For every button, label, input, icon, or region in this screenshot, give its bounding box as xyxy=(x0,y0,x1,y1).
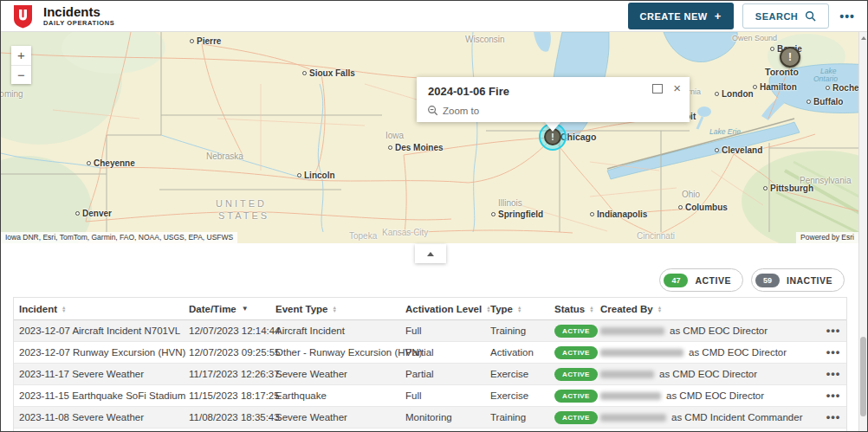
cell-incident: 2023-11-15 Earthquake SoFi Stadium xyxy=(14,390,184,401)
cell-created-by: as CMD Incident Commander xyxy=(595,412,820,422)
map-popup: 2024-01-06 Fire × Zoom to xyxy=(417,77,690,122)
cell-activation-level: Partial xyxy=(400,369,485,379)
cell-datetime: 11/15/2023 18:17:25 xyxy=(184,390,270,401)
dock-popup-icon[interactable] xyxy=(652,84,663,93)
status-filters: 47 ACTIVE 59 INACTIVE xyxy=(659,268,845,292)
column-header-status[interactable]: Status▲▼ xyxy=(549,304,595,314)
cell-created-by: as CMD EOC Director xyxy=(595,347,820,358)
create-new-label: CREATE NEW xyxy=(640,11,708,22)
zoom-in-button[interactable]: + xyxy=(11,46,31,65)
create-new-button[interactable]: CREATE NEW + xyxy=(628,3,734,29)
active-filter-button[interactable]: 47 ACTIVE xyxy=(659,268,743,292)
scrollbar-thumb[interactable] xyxy=(860,337,866,416)
map-label-wisconsin: Wisconsin xyxy=(465,35,505,44)
inactive-filter-button[interactable]: 59 INACTIVE xyxy=(751,268,845,292)
map-label-wyoming: Wyoming xyxy=(1,89,23,99)
table-row[interactable]: 2023-11-07 Earthquake Specific 11/07/202… xyxy=(14,429,846,432)
map-label-buffalo: Buffalo xyxy=(806,97,843,106)
incident-marker-toronto[interactable]: ! xyxy=(780,47,800,68)
incidents-table: Incident▲▼ Date/Time▼ Event Type▲▼ Activ… xyxy=(13,297,847,432)
column-header-event-type[interactable]: Event Type▲▼ xyxy=(270,304,400,314)
city-dot xyxy=(190,39,194,43)
cell-datetime: 12/07/2023 09:25:55 xyxy=(184,347,270,358)
row-overflow-menu[interactable]: ••• xyxy=(820,350,846,355)
table-header-row: Incident▲▼ Date/Time▼ Event Type▲▼ Activ… xyxy=(14,298,846,320)
column-header-datetime[interactable]: Date/Time▼ xyxy=(184,304,270,314)
map-label-topeka: Topeka xyxy=(349,231,377,241)
column-header-activation-level[interactable]: Activation Level▲▼ xyxy=(400,304,485,314)
table-row[interactable]: 2023-12-07 Aircraft Incident N701VL 12/0… xyxy=(14,320,846,342)
cell-type: Exercise xyxy=(485,390,549,401)
header-overflow-menu[interactable]: ••• xyxy=(838,11,857,22)
column-header-incident[interactable]: Incident▲▼ xyxy=(14,304,184,314)
chevron-up-icon xyxy=(427,252,434,256)
inactive-count-badge: 59 xyxy=(755,274,780,287)
cell-status: ACTIVE xyxy=(549,325,595,338)
row-overflow-menu[interactable]: ••• xyxy=(820,393,846,398)
cell-type: Training xyxy=(485,412,549,422)
incident-map[interactable]: Pierre Sioux Falls Wisconsin Wyoming Che… xyxy=(1,32,868,243)
zoom-to-link[interactable]: Zoom to xyxy=(427,105,479,116)
zoom-out-button[interactable]: − xyxy=(11,65,31,84)
cell-type: Training xyxy=(485,326,549,336)
page-scrollbar[interactable] xyxy=(858,32,867,432)
collapse-panel-button[interactable] xyxy=(415,244,446,263)
status-badge: ACTIVE xyxy=(554,390,598,403)
cell-type: Exercise xyxy=(485,369,549,379)
status-badge: ACTIVE xyxy=(554,368,598,381)
map-label-cheyenne: Cheyenne xyxy=(87,158,135,168)
cell-incident: 2023-11-08 Severe Weather xyxy=(14,412,184,422)
status-badge: ACTIVE xyxy=(554,325,598,338)
map-label-springfield: Springfield xyxy=(491,210,543,219)
map-label-sioux-falls: Sioux Falls xyxy=(302,68,355,78)
column-header-created-by[interactable]: Created By▲▼ xyxy=(595,304,820,314)
popup-pointer xyxy=(544,121,561,132)
cell-activation-level: Full xyxy=(400,390,485,401)
map-label-lincoln: Lincoln xyxy=(297,171,335,180)
active-count-badge: 47 xyxy=(664,274,688,287)
cell-incident: 2023-12-07 Runway Excursion (HVN) xyxy=(14,347,184,358)
status-badge: ACTIVE xyxy=(554,411,598,424)
sort-icon: ▲▼ xyxy=(333,306,337,313)
cell-status: ACTIVE xyxy=(549,346,595,359)
table-row[interactable]: 2023-11-15 Earthquake SoFi Stadium 11/15… xyxy=(14,385,846,407)
alert-exclamation-icon: ! xyxy=(551,132,554,142)
table-row[interactable]: 2023-12-07 Runway Excursion (HVN) 12/07/… xyxy=(14,342,846,364)
cell-event-type: Other - Runway Excursion (HVN) xyxy=(270,347,400,358)
status-badge: ACTIVE xyxy=(554,346,598,359)
top-header: Incidents DAILY OPERATIONS CREATE NEW + … xyxy=(1,1,867,32)
redacted-user-name xyxy=(600,371,654,378)
redacted-user-name xyxy=(600,392,661,400)
sort-desc-icon: ▼ xyxy=(242,305,249,313)
map-label-indianapolis: Indianapolis xyxy=(590,210,647,219)
sort-icon: ▲▼ xyxy=(517,306,521,313)
powered-by-esri: Powered by Esri xyxy=(796,232,858,243)
table-row[interactable]: 2023-11-08 Severe Weather 11/08/2023 18:… xyxy=(14,407,846,429)
map-label-pierre: Pierre xyxy=(190,36,221,46)
plus-icon: + xyxy=(715,10,722,23)
search-button[interactable]: SEARCH xyxy=(742,3,829,29)
column-header-type[interactable]: Type▲▼ xyxy=(485,304,549,314)
cell-type: Activation xyxy=(485,347,549,358)
active-filter-label: ACTIVE xyxy=(695,275,731,286)
table-row[interactable]: 2023-11-17 Severe Weather 11/17/2023 12:… xyxy=(14,364,846,385)
cell-event-type: Severe Weather xyxy=(270,412,400,422)
cell-activation-level: Monitoring xyxy=(400,412,485,422)
map-label-nebraska: Nebraska xyxy=(206,152,243,161)
sort-icon: ▲▼ xyxy=(657,306,662,313)
close-icon[interactable]: × xyxy=(673,83,681,93)
cell-event-type: Earthquake xyxy=(270,390,400,401)
map-label-des-moines: Des Moines xyxy=(388,143,444,152)
map-label-toronto: Toronto xyxy=(765,67,799,77)
scroll-up-arrow-icon[interactable] xyxy=(861,36,866,40)
row-overflow-menu[interactable]: ••• xyxy=(820,371,846,377)
map-label-illinois: Illinois xyxy=(498,198,522,208)
row-overflow-menu[interactable]: ••• xyxy=(820,415,846,420)
row-overflow-menu[interactable]: ••• xyxy=(820,328,846,333)
cell-created-by: as CMD EOC Director xyxy=(595,369,820,379)
cell-incident: 2023-12-07 Aircraft Incident N701VL xyxy=(14,326,184,336)
inactive-filter-label: INACTIVE xyxy=(787,275,832,286)
cell-created-by: as CMD EOC Director xyxy=(595,390,820,401)
page-title: Incidents xyxy=(43,5,114,19)
sort-icon: ▲▼ xyxy=(62,306,66,313)
